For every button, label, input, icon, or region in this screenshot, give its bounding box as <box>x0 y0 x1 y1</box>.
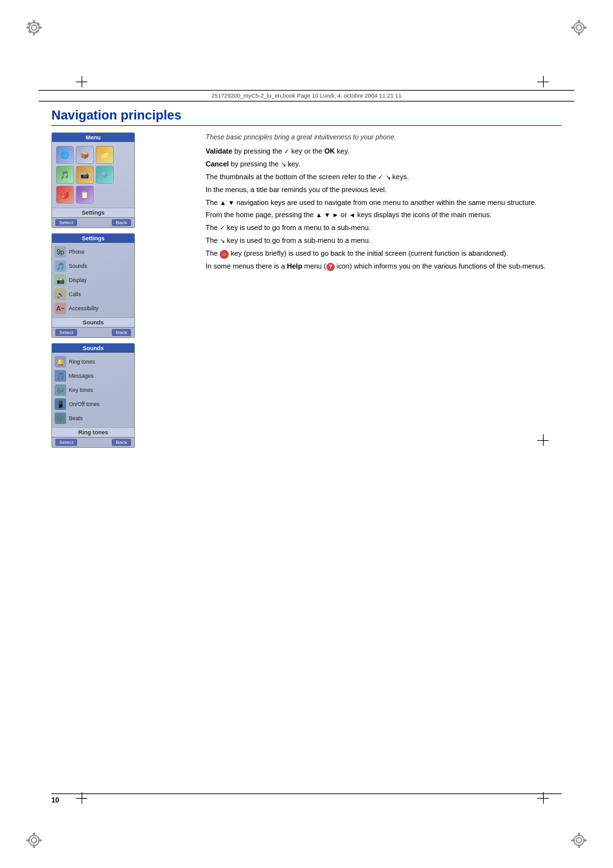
two-col-layout: Menu 🌐 📦 📁 🎵 📷 ⚙️ 🎒 📋 Settings Select Ba… <box>51 132 562 453</box>
menubar-line: In the menus, a title bar reminds you of… <box>206 185 562 195</box>
sounds-item-label-1: Ring tones <box>69 359 95 365</box>
phone-subtitle-2: Sounds <box>52 317 134 327</box>
settings-item-2: 🎵 Sounds <box>55 260 98 272</box>
phone-footer-2: Select Back <box>52 327 134 337</box>
header-bar: 251729200_myC5-2_lu_en.book Page 10 Lund… <box>39 90 574 102</box>
svg-point-17 <box>31 838 37 843</box>
page-number: 10 <box>51 796 59 804</box>
sounds-item-label-4: On/Off tones <box>69 401 100 407</box>
settings-item-label-4: Calls <box>69 291 81 297</box>
settings-item-label-3: Display <box>69 277 87 283</box>
svg-rect-27 <box>583 840 587 842</box>
main-content: Navigation principles Menu 🌐 📦 📁 🎵 📷 ⚙️ … <box>51 108 562 453</box>
help-term: Help <box>287 262 303 270</box>
gear-icon-top-right <box>571 19 587 36</box>
phone-btn-back-2[interactable]: Back <box>112 329 131 336</box>
cancel-text: by pressing the <box>231 160 281 168</box>
svg-rect-15 <box>583 27 587 29</box>
phone-btn-back-3[interactable]: Back <box>112 439 131 446</box>
svg-point-23 <box>576 838 582 843</box>
svg-rect-26 <box>571 840 574 842</box>
phone-icon-folder: 📁 <box>96 146 114 164</box>
thumbnails-line: The thumbnails at the bottom of the scre… <box>206 172 562 182</box>
check-key: ✓ <box>284 147 289 157</box>
backkey-line: The ↘ key is used to go from a sub-menu … <box>206 236 562 246</box>
settings-item-1: 9p Phone <box>55 245 98 258</box>
svg-rect-14 <box>571 27 574 29</box>
sounds-item-icon-3: 🎶 <box>55 384 66 396</box>
sounds-item-5: 🎼 Beats <box>55 412 100 425</box>
help-line: In some menus there is a Help menu (? ic… <box>206 261 562 272</box>
validate-text: by pressing the <box>235 147 285 155</box>
phone-footer-1: Select Back <box>52 217 134 227</box>
settings-item-icon-5: A~ <box>55 303 66 314</box>
checkkey-line: The ✓ key is used to go from a menu to a… <box>206 223 562 233</box>
settings-item-4: 🔉 Calls <box>55 288 98 301</box>
svg-rect-12 <box>578 20 580 23</box>
sounds-item-3: 🎶 Key tones <box>55 384 100 396</box>
sounds-item-icon-4: 📱 <box>55 398 66 410</box>
intro-text: These basic principles bring a great int… <box>206 132 562 143</box>
phone-icon-music: 🎵 <box>56 166 74 184</box>
settings-item-3: 📷 Display <box>55 274 98 287</box>
phone-screen-sounds: Sounds 🔔 Ring tones 🎵 Messages 🎶 Key ton… <box>51 343 135 448</box>
settings-item-label-1: Phone <box>69 249 85 255</box>
svg-rect-18 <box>33 833 35 836</box>
sounds-item-label-3: Key tones <box>69 387 93 393</box>
svg-rect-2 <box>33 20 35 23</box>
validate-text-3: key. <box>337 147 349 155</box>
sounds-item-label-2: Messages <box>69 373 94 379</box>
home-key-icon: ⌂ <box>220 250 229 259</box>
navkeys-line: The ▲ ▼ navigation keys are used to navi… <box>206 198 562 208</box>
svg-rect-25 <box>578 845 580 848</box>
sounds-item-icon-1: 🔔 <box>55 356 66 368</box>
validate-term: Validate <box>206 147 233 155</box>
phone-titlebar-3: Sounds <box>52 344 134 353</box>
file-info: 251729200_myC5-2_lu_en.book Page 10 Lund… <box>211 93 402 99</box>
phone-icon-camera: 📷 <box>76 166 94 184</box>
svg-rect-5 <box>39 27 42 29</box>
phone-body-1: 🌐 📦 📁 🎵 📷 ⚙️ 🎒 📋 <box>52 142 134 208</box>
phone-btn-select-2[interactable]: Select <box>55 329 77 336</box>
phone-icon-bag: 🎒 <box>56 186 74 204</box>
settings-item-icon-2: 🎵 <box>55 260 66 272</box>
settings-item-icon-3: 📷 <box>55 274 66 286</box>
gear-icon-top-left <box>26 19 42 36</box>
phone-icon-doc: 📋 <box>76 186 94 204</box>
settings-item-icon-4: 🔉 <box>55 288 66 300</box>
validate-text-2: key or the <box>291 147 324 155</box>
bottom-rule <box>51 793 562 794</box>
phone-footer-3: Select Back <box>52 437 134 447</box>
sounds-item-icon-5: 🎼 <box>55 412 66 424</box>
right-column: These basic principles bring a great int… <box>206 132 562 453</box>
cancel-text-2: key. <box>288 160 300 168</box>
left-column: Menu 🌐 📦 📁 🎵 📷 ⚙️ 🎒 📋 Settings Select Ba… <box>51 132 193 453</box>
section-title: Navigation principles <box>51 108 562 126</box>
phone-body-2: 9p Phone 🎵 Sounds 📷 Display 🔉 Calls <box>52 243 134 317</box>
svg-rect-4 <box>26 27 30 29</box>
svg-rect-19 <box>33 845 35 848</box>
phone-btn-back-1[interactable]: Back <box>112 219 131 226</box>
settings-item-5: A~ Accessibility <box>55 302 98 315</box>
phone-subtitle-1: Settings <box>52 208 134 217</box>
phone-icon-settings: ⚙️ <box>96 166 114 184</box>
validate-line: Validate by pressing the ✓ key or the OK… <box>206 146 562 157</box>
phone-icon-cube: 📦 <box>76 146 94 164</box>
phone-body-3: 🔔 Ring tones 🎵 Messages 🎶 Key tones 📱 On… <box>52 353 134 427</box>
phone-btn-select-3[interactable]: Select <box>55 439 77 446</box>
svg-rect-20 <box>26 840 30 842</box>
sounds-item-1: 🔔 Ring tones <box>55 355 100 368</box>
svg-rect-13 <box>578 32 580 35</box>
svg-rect-3 <box>33 32 35 35</box>
sounds-item-2: 🎵 Messages <box>55 369 100 382</box>
phone-titlebar-2: Settings <box>52 234 134 243</box>
svg-point-11 <box>576 25 582 30</box>
phone-screen-menu: Menu 🌐 📦 📁 🎵 📷 ⚙️ 🎒 📋 Settings Select Ba… <box>51 132 135 228</box>
settings-item-label-5: Accessibility <box>69 305 98 312</box>
homepage-line: From the home page, pressing the ▲ ▼ ► o… <box>206 210 562 220</box>
svg-rect-24 <box>578 833 580 836</box>
settings-item-label-2: Sounds <box>69 263 87 269</box>
phone-btn-select-1[interactable]: Select <box>55 219 77 226</box>
help-icon: ? <box>326 263 335 271</box>
phone-titlebar-1: Menu <box>52 133 134 142</box>
